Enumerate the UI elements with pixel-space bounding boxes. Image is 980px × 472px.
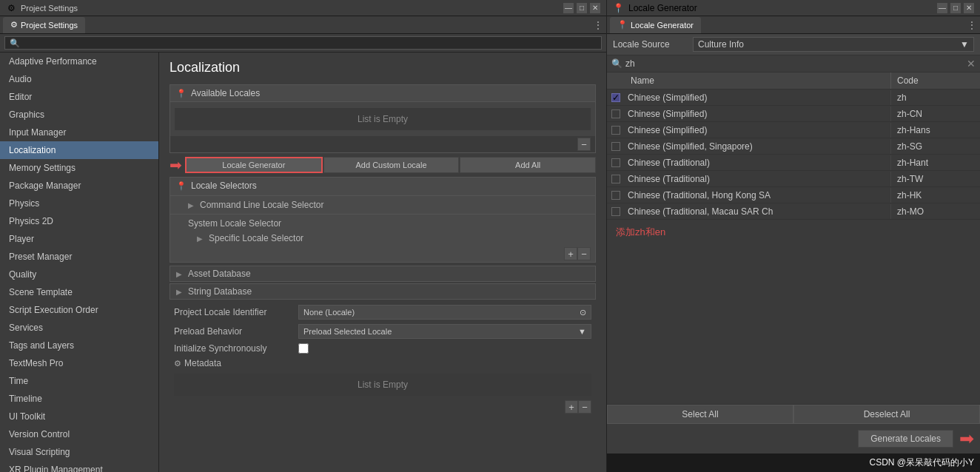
lg-source-dropdown[interactable]: Culture Info ▼ — [693, 37, 974, 52]
sidebar-item-input-manager[interactable]: Input Manager — [0, 124, 158, 141]
lg-close-button[interactable]: ✕ — [964, 3, 974, 13]
lg-row-7[interactable]: Chinese (Traditional, Macau SAR Ch zh-MO — [607, 203, 980, 220]
sidebar-item-physics[interactable]: Physics — [0, 195, 158, 212]
project-settings-title: Project Settings — [21, 4, 559, 13]
lg-row-3[interactable]: Chinese (Simplified, Singapore) zh-SG — [607, 138, 980, 155]
sidebar-item-preset-manager[interactable]: Preset Manager — [0, 248, 158, 266]
lg-checkbox-0[interactable]: ✓ — [611, 93, 620, 102]
lg-name-cell-2: Chinese (Simplified) — [625, 123, 891, 138]
lg-source-label: Locale Source — [613, 39, 687, 50]
sidebar-item-timeline[interactable]: Timeline — [0, 390, 158, 408]
sidebar-item-version-control[interactable]: Version Control — [0, 425, 158, 443]
lg-row-2[interactable]: Chinese (Simplified) zh-Hans — [607, 122, 980, 138]
init-sync-checkbox[interactable] — [298, 343, 309, 354]
minimize-button[interactable]: — — [563, 3, 574, 13]
sidebar-item-textmesh-pro[interactable]: TextMesh Pro — [0, 354, 158, 372]
search-input[interactable] — [4, 36, 602, 50]
init-sync-label: Initialize Synchronously — [174, 343, 292, 354]
asset-database-label: Asset Database — [188, 269, 251, 279]
preload-behavior-value: Preload Selected Locale — [303, 327, 392, 336]
lg-minimize-button[interactable]: — — [937, 3, 947, 13]
generate-locales-button[interactable]: Generate Locales — [858, 430, 953, 448]
lg-search-row: 🔍 ✕ — [607, 55, 980, 73]
lg-tab-bar: 📍 Locale Generator ⋮ — [607, 16, 980, 34]
sidebar-item-player[interactable]: Player — [0, 230, 158, 248]
lg-tab[interactable]: 📍 Locale Generator — [610, 17, 701, 33]
lg-clear-search-button[interactable]: ✕ — [967, 58, 976, 70]
sidebar-item-memory-settings[interactable]: Memory Settings — [0, 159, 158, 177]
sidebar-item-tags-and-layers[interactable]: Tags and Layers — [0, 337, 158, 354]
locale-generator-button[interactable]: Locale Generator — [185, 157, 323, 173]
select-all-button[interactable]: Select All — [607, 405, 793, 424]
project-settings-tabbar: ⚙ Project Settings ⋮ — [0, 16, 606, 34]
lg-row-0[interactable]: ✓ Chinese (Simplified) zh — [607, 90, 980, 106]
lg-col-code-header: Code — [891, 73, 980, 89]
tab-label: Project Settings — [21, 21, 78, 30]
lg-code-cell-2: zh-Hans — [891, 123, 980, 138]
remove-locale-button[interactable]: − — [577, 138, 591, 151]
asset-database-item[interactable]: ▶ Asset Database — [170, 266, 596, 282]
sidebar-item-editor[interactable]: Editor — [0, 88, 158, 106]
lg-row-4[interactable]: Chinese (Traditional) zh-Hant — [607, 155, 980, 171]
lg-tab-label: Locale Generator — [631, 21, 694, 30]
add-all-button[interactable]: Add All — [460, 157, 596, 173]
add-custom-locale-button[interactable]: Add Custom Locale — [323, 157, 460, 173]
lg-checkbox-7[interactable] — [611, 207, 620, 216]
sidebar-item-visual-scripting[interactable]: Visual Scripting — [0, 443, 158, 461]
lg-checkbox-5[interactable] — [611, 175, 620, 183]
sidebar-item-localization[interactable]: Localization — [0, 141, 158, 159]
lg-row-1[interactable]: Chinese (Simplified) zh-CN — [607, 106, 980, 122]
lg-row-6[interactable]: Chinese (Traditional, Hong Kong SA zh-HK — [607, 187, 980, 203]
close-button[interactable]: ✕ — [590, 3, 600, 13]
command-line-selector-item[interactable]: ▶ Command Line Locale Selector — [170, 198, 595, 212]
divider2 — [170, 214, 595, 215]
tree-toggle-1: ▶ — [188, 201, 194, 209]
lg-checkbox-cell-0: ✓ — [607, 93, 625, 102]
lg-checkbox-6[interactable] — [611, 191, 620, 200]
metadata-row: ⚙ Metadata — [170, 356, 596, 371]
lg-search-input[interactable] — [625, 58, 964, 69]
add-metadata-button[interactable]: + — [565, 400, 578, 414]
lg-checkbox-3[interactable] — [611, 142, 620, 151]
string-database-item[interactable]: ▶ String Database — [170, 283, 596, 300]
project-settings-titlebar: ⚙ Project Settings — □ ✕ — [0, 0, 606, 16]
annotation-text: 添加zh和en — [607, 220, 980, 245]
lg-checkbox-4[interactable] — [611, 158, 620, 167]
add-selector-button[interactable]: + — [564, 247, 577, 260]
lg-tab-more[interactable]: ⋮ — [967, 19, 977, 31]
lg-col-name-header: Name — [625, 73, 891, 89]
sidebar-item-physics-2d[interactable]: Physics 2D — [0, 212, 158, 230]
sidebar-item-adaptive-performance[interactable]: Adaptive Performance — [0, 53, 158, 70]
sidebar: Adaptive Performance Audio Editor Graphi… — [0, 53, 159, 472]
sidebar-item-time[interactable]: Time — [0, 372, 158, 390]
sidebar-item-ui-toolkit[interactable]: UI Toolkit — [0, 408, 158, 425]
project-locale-value: None (Locale) — [303, 308, 355, 317]
sidebar-item-package-manager[interactable]: Package Manager — [0, 177, 158, 195]
sidebar-item-graphics[interactable]: Graphics — [0, 106, 158, 124]
preload-behavior-dropdown[interactable]: Preload Selected Locale ▼ — [298, 324, 591, 339]
sidebar-item-quality[interactable]: Quality — [0, 266, 158, 283]
tab-more-icon[interactable]: ⋮ — [593, 19, 603, 31]
tab-project-settings[interactable]: ⚙ Project Settings — [3, 17, 85, 33]
sidebar-item-xr-plugin-management[interactable]: XR Plugin Management — [0, 461, 158, 472]
maximize-button[interactable]: □ — [577, 3, 587, 13]
lg-row-5[interactable]: Chinese (Traditional) zh-TW — [607, 171, 980, 187]
lg-checkbox-cell-3 — [607, 142, 625, 151]
sidebar-item-script-execution-order[interactable]: Script Execution Order — [0, 301, 158, 319]
lg-maximize-button[interactable]: □ — [950, 3, 961, 13]
lg-window-title: Locale Generator — [628, 3, 697, 13]
sidebar-item-scene-template[interactable]: Scene Template — [0, 283, 158, 301]
specific-locale-selector-item[interactable]: ▶ Specific Locale Selector — [170, 231, 595, 246]
lg-checkbox-2[interactable] — [611, 126, 620, 135]
remove-selector-button[interactable]: − — [577, 247, 591, 260]
lg-checkbox-1[interactable] — [611, 109, 620, 118]
sidebar-item-services[interactable]: Services — [0, 319, 158, 337]
system-locale-selector-item[interactable]: System Locale Selector — [170, 216, 595, 231]
sidebar-item-audio[interactable]: Audio — [0, 70, 158, 88]
lg-checkbox-cell-5 — [607, 175, 625, 183]
project-locale-dropdown[interactable]: None (Locale) ⊙ — [298, 305, 591, 320]
window-controls: — □ ✕ — [563, 3, 600, 13]
deselect-all-button[interactable]: Deselect All — [793, 405, 980, 424]
main-content: Adaptive Performance Audio Editor Graphi… — [0, 53, 606, 472]
remove-metadata-button[interactable]: − — [578, 400, 591, 414]
